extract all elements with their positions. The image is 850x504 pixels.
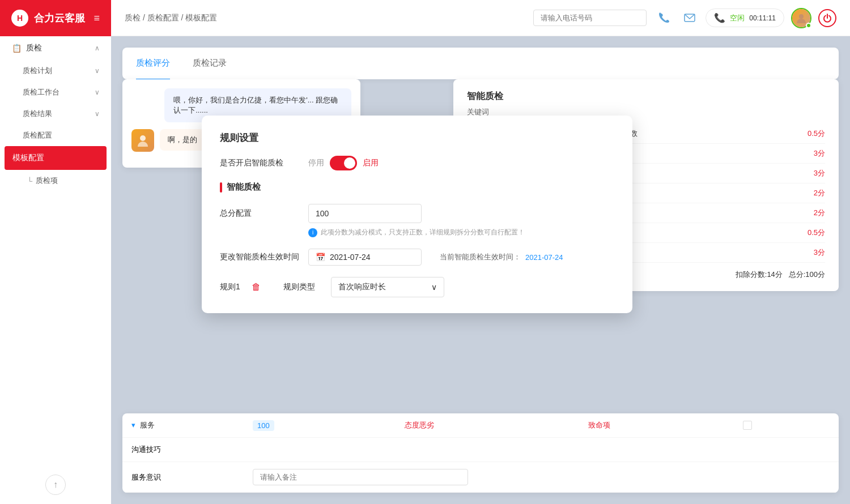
score-3: 2分 [814, 188, 825, 198]
score-5: 0.5分 [808, 228, 825, 238]
total-text: 总分:100分 [789, 270, 825, 279]
modal-title: 规则设置 [220, 131, 614, 144]
service-expand-icon[interactable]: ▾ [131, 421, 135, 429]
score-0: 0.5分 [808, 129, 825, 139]
skill-label: 沟通技巧 [131, 445, 161, 454]
modal-toggle-row: 是否开启智能质检 停用 启用 [220, 156, 614, 170]
tabs-card: 质检评分 质检记录 [122, 48, 839, 79]
fatal-col-text: 致命项 [588, 421, 610, 429]
modal-date-label: 更改智能质检生效时间 [220, 252, 299, 262]
tab-record[interactable]: 质检记录 [193, 48, 227, 80]
message-icon[interactable] [681, 9, 699, 27]
tab-record-label: 质检记录 [193, 58, 227, 67]
status-time: 00:11:11 [749, 14, 776, 22]
table-row-awareness: 服务意识 [122, 462, 839, 493]
fatal-checkbox-cell [734, 413, 839, 438]
quality-chevron: ∧ [95, 44, 100, 52]
modal-section-header: 智能质检 [220, 182, 614, 193]
rule-type-select[interactable]: 首次响应时长 ∨ [331, 277, 444, 297]
fatal-checkbox[interactable] [743, 421, 752, 430]
toggle-on-label: 启用 [363, 158, 379, 168]
sidebar-item-template[interactable]: 模板配置 [5, 146, 107, 170]
rule-type-label: 规则类型 [283, 282, 315, 292]
service-score-cell: 100 [244, 413, 396, 438]
phone-icon[interactable] [656, 9, 674, 27]
sidebar-workbench-label: 质检工作台 [23, 87, 60, 97]
note-cell [244, 438, 839, 462]
avatar[interactable] [791, 8, 811, 28]
table-row-service: ▾ 服务 100 态度恶劣 致命项 [122, 413, 839, 438]
main-content: 质检 / 质检配置 / 模板配置 📞 空闲 00:11:11 [111, 0, 850, 504]
note-input-cell [244, 462, 839, 493]
toggle-group: 停用 启用 [308, 156, 379, 170]
sidebar-collapse-button[interactable]: ↑ [45, 475, 66, 495]
tab-score[interactable]: 质检评分 [136, 48, 170, 80]
hamburger-icon[interactable]: ≡ [94, 12, 100, 24]
sidebar-item-result[interactable]: 质检结果 ∨ [0, 103, 111, 125]
bottom-table: ▾ 服务 100 态度恶劣 致命项 [122, 413, 839, 493]
sidebar-item-config[interactable]: 质检配置 [0, 125, 111, 146]
sidebar: H 合力云客服 ≡ 📋 质检 ∧ 质检计划 ∨ 质检工作台 ∨ 质检结果 ∨ 质… [0, 0, 111, 504]
fatal-col-label: 致命项 [579, 413, 734, 438]
service-score-badge: 100 [253, 420, 274, 431]
modal-score-label: 总分配置 [220, 208, 299, 219]
modal-overlay: 规则设置 是否开启智能质检 停用 启用 智能质检 总分配置 [202, 116, 632, 313]
sidebar-item-plan[interactable]: 质检计划 ∨ [0, 60, 111, 82]
bottom-table-area: ▾ 服务 100 态度恶劣 致命项 [122, 413, 839, 493]
section-indicator [220, 182, 222, 193]
fatal-label: 态度恶劣 [405, 421, 434, 429]
rule-row: 规则1 🗑 规则类型 首次响应时长 ∨ [220, 277, 614, 297]
fatal-label-cell: 态度恶劣 [396, 413, 579, 438]
current-time-label: 当前智能质检生效时间： [440, 252, 521, 262]
date-input-wrap[interactable]: 📅 [308, 249, 422, 266]
service-label: 服务 [140, 421, 155, 429]
topbar-icons: 📞 空闲 00:11:11 [656, 8, 836, 28]
sidebar-item-check-item[interactable]: └ 质检项 [0, 170, 111, 191]
total-score-input[interactable] [308, 204, 422, 223]
date-input[interactable] [330, 253, 409, 262]
svg-point-2 [140, 135, 146, 141]
power-button[interactable] [818, 9, 836, 27]
phone-search-input[interactable] [533, 10, 647, 26]
workbench-chevron: ∨ [95, 88, 100, 96]
awareness-label-cell: 服务意识 [122, 462, 244, 493]
topbar: 质检 / 质检配置 / 模板配置 📞 空闲 00:11:11 [111, 0, 850, 36]
delete-rule-icon[interactable]: 🗑 [252, 282, 261, 292]
chat-left-text: 啊，是的 [160, 129, 205, 151]
note-input[interactable] [253, 469, 468, 485]
toggle-switch[interactable] [330, 156, 357, 170]
logo-text: 合力云客服 [34, 11, 85, 25]
service-arrow: ▾ 服务 [122, 413, 244, 438]
chat-right-text: 喂，你好，我们是合力亿捷，看您中午发'... 跟您确认一下...... [173, 96, 338, 114]
current-time-value: 2021-07-24 [525, 253, 563, 262]
status-phone-icon: 📞 [714, 12, 725, 23]
current-time-row: 当前智能质检生效时间： 2021-07-24 [440, 252, 563, 262]
sidebar-config-label: 质检配置 [23, 130, 52, 140]
select-chevron-icon: ∨ [431, 283, 437, 292]
breadcrumb: 质检 / 质检配置 / 模板配置 [125, 13, 524, 23]
status-indicator[interactable]: 📞 空闲 00:11:11 [706, 8, 784, 27]
rule-select-value: 首次响应时长 [338, 282, 386, 292]
result-chevron: ∨ [95, 110, 100, 118]
awareness-label: 服务意识 [131, 473, 161, 481]
tab-score-label: 质检评分 [136, 58, 170, 67]
rule-label: 规则1 [220, 282, 240, 292]
score-1: 3分 [814, 148, 825, 159]
sidebar-bottom: ↑ [0, 465, 111, 504]
sidebar-item-quality[interactable]: 📋 质检 ∧ [0, 36, 111, 60]
sidebar-logo: H 合力云客服 ≡ [0, 0, 111, 36]
score-6: 3分 [814, 247, 825, 258]
section-label: 智能质检 [227, 182, 261, 193]
score-4: 2分 [814, 208, 825, 218]
hint-icon: i [308, 228, 317, 237]
avatar-status-dot [806, 23, 811, 28]
agent-avatar [131, 129, 154, 152]
logo-icon: H [11, 10, 28, 27]
modal-toggle-label: 是否开启智能质检 [220, 158, 299, 168]
sidebar-item-workbench[interactable]: 质检工作台 ∨ [0, 82, 111, 103]
plan-chevron: ∨ [95, 67, 100, 75]
collapse-icon: ↑ [53, 480, 58, 490]
skill-label-cell: 沟通技巧 [122, 438, 244, 462]
sidebar-quality-label: 质检 [26, 43, 90, 53]
sidebar-template-label: 模板配置 [12, 153, 44, 163]
